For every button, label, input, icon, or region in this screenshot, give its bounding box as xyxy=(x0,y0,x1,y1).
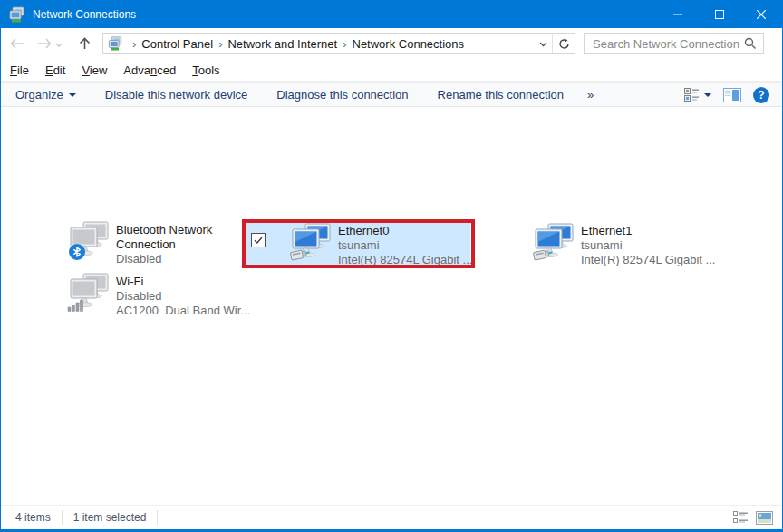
connection-name: Ethernet0 xyxy=(338,224,472,238)
menu-file[interactable]: File xyxy=(1,63,37,77)
change-view-button[interactable] xyxy=(684,88,711,102)
breadcrumb-separator: › xyxy=(127,37,141,51)
organize-button[interactable]: Organize xyxy=(15,88,76,102)
ethernet-connection-icon xyxy=(532,223,575,263)
search-icon[interactable] xyxy=(744,37,757,50)
caption-buttons xyxy=(657,1,782,28)
view-options-icon xyxy=(684,88,700,102)
connection-status: tsunami xyxy=(581,238,715,253)
toolbar-overflow-button[interactable]: » xyxy=(587,88,594,102)
menu-edit[interactable]: Edit xyxy=(37,63,73,77)
maximize-button[interactable] xyxy=(699,1,740,28)
details-view-button[interactable] xyxy=(733,511,749,525)
ethernet-connection-icon xyxy=(289,223,333,263)
connection-status: Disabled xyxy=(116,252,230,266)
connection-device: Intel(R) 82574L Gigabit ... xyxy=(338,253,472,267)
connection-tile-ethernet1[interactable]: Ethernet1 tsunami Intel(R) 82574L Gigabi… xyxy=(488,223,713,265)
address-bar-controls xyxy=(534,34,575,53)
connection-name: Bluetooth Network Connection xyxy=(116,223,230,252)
back-arrow-icon xyxy=(10,38,24,49)
connection-name: Ethernet1 xyxy=(581,224,715,238)
toolbar-right-controls: ? xyxy=(684,87,769,103)
diagnose-connection-button[interactable]: Diagnose this connection xyxy=(276,88,408,102)
bluetooth-connection-icon xyxy=(67,221,111,261)
back-button[interactable] xyxy=(6,33,28,54)
network-connections-icon xyxy=(9,6,25,23)
selection-checkbox[interactable] xyxy=(251,233,266,247)
command-toolbar: Organize Disable this network device Dia… xyxy=(1,82,782,107)
signal-bars xyxy=(68,301,83,312)
breadcrumb-separator: › xyxy=(337,37,352,51)
connection-status: tsunami xyxy=(338,238,472,253)
minimize-button[interactable] xyxy=(657,1,699,28)
address-bar[interactable]: › Control Panel › Network and Internet ›… xyxy=(102,33,575,54)
chevron-down-icon xyxy=(55,43,63,47)
menu-advanced[interactable]: Advanced xyxy=(115,63,184,77)
checkmark-icon xyxy=(254,237,263,245)
breadcrumb-network-connections[interactable]: Network Connections xyxy=(353,37,465,51)
title-bar: Network Connections xyxy=(1,1,782,28)
divider xyxy=(157,510,158,525)
breadcrumb-separator: › xyxy=(213,37,227,51)
up-button[interactable] xyxy=(73,33,95,54)
connection-device: AC1200 Dual Band Wir... xyxy=(116,304,250,318)
forward-arrow-icon xyxy=(37,38,52,49)
statusbar-view-buttons xyxy=(733,511,773,525)
menu-view[interactable]: View xyxy=(73,63,115,77)
breadcrumb-network-and-internet[interactable]: Network and Internet xyxy=(227,37,337,51)
question-mark-icon: ? xyxy=(758,89,764,102)
breadcrumb-control-panel[interactable]: Control Panel xyxy=(141,37,213,51)
window-border-bottom xyxy=(1,529,782,531)
disable-network-device-button[interactable]: Disable this network device xyxy=(105,88,248,102)
chevron-down-icon xyxy=(69,93,76,97)
maximize-icon xyxy=(715,10,724,19)
status-bar: 4 items 1 item selected xyxy=(1,505,782,529)
menu-tools[interactable]: Tools xyxy=(184,63,227,77)
connection-tile-wifi[interactable]: Wi-Fi Disabled AC1200 Dual Band Wir... xyxy=(24,271,241,320)
connection-device: Intel(R) 82574L Gigabit ... xyxy=(581,253,715,267)
up-arrow-icon xyxy=(79,37,91,50)
items-view[interactable]: Bluetooth Network Connection Disabled xyxy=(2,107,783,505)
large-icons-view-button[interactable] xyxy=(756,511,773,525)
chevron-down-icon xyxy=(704,93,711,97)
selection-count: 1 item selected xyxy=(63,511,158,524)
refresh-icon xyxy=(558,38,570,50)
search-box xyxy=(584,33,764,54)
navigation-row: › Control Panel › Network and Internet ›… xyxy=(1,28,782,59)
connection-tile-ethernet0[interactable]: Ethernet0 tsunami Intel(R) 82574L Gigabi… xyxy=(246,223,470,265)
breadcrumb-location-icon xyxy=(108,36,123,51)
window-title: Network Connections xyxy=(33,8,136,21)
search-input[interactable] xyxy=(585,34,763,53)
wifi-connection-icon xyxy=(67,273,111,313)
minimize-icon xyxy=(673,10,682,19)
refresh-button[interactable] xyxy=(553,34,575,53)
close-icon xyxy=(757,10,766,19)
address-dropdown-button[interactable] xyxy=(534,39,552,49)
network-connections-window: Network Connections xyxy=(0,0,783,532)
connection-tile-bluetooth[interactable]: Bluetooth Network Connection Disabled xyxy=(24,219,241,268)
connection-name: Wi-Fi xyxy=(116,275,250,289)
menu-bar: File Edit View Advanced Tools xyxy=(1,59,782,82)
help-button[interactable]: ? xyxy=(753,87,769,103)
close-button[interactable] xyxy=(740,1,782,28)
recent-locations-button[interactable] xyxy=(55,39,68,49)
connection-status: Disabled xyxy=(116,289,250,304)
rename-connection-button[interactable]: Rename this connection xyxy=(438,88,564,102)
chevron-down-icon xyxy=(539,42,547,47)
organize-label: Organize xyxy=(15,88,63,102)
preview-pane-button[interactable] xyxy=(723,88,741,102)
forward-button[interactable] xyxy=(34,33,55,54)
item-count: 4 items xyxy=(1,511,62,524)
